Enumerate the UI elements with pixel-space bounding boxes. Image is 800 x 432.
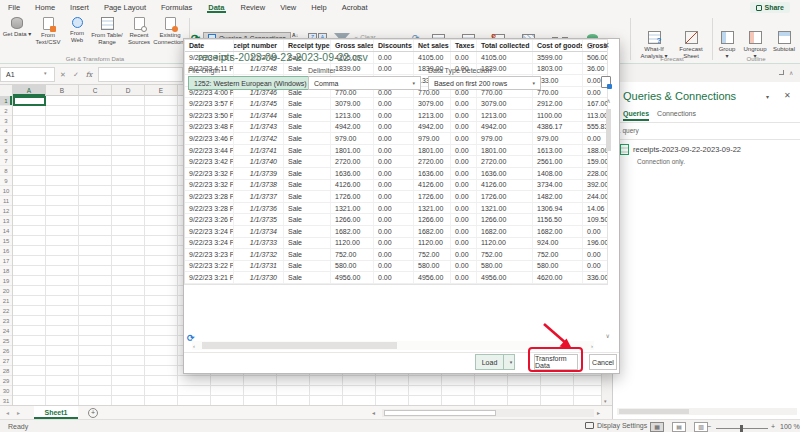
- page-layout-view-button[interactable]: ▤: [672, 422, 686, 432]
- vscroll-up-icon[interactable]: ∧: [606, 98, 610, 104]
- collapse-ribbon-icon[interactable]: ∧: [789, 69, 793, 76]
- column-header[interactable]: E: [145, 85, 178, 96]
- dialog-maximize-icon[interactable]: ▢: [587, 42, 594, 50]
- row-header[interactable]: 25: [0, 336, 12, 346]
- preview-column-header[interactable]: Receipt number: [233, 40, 283, 51]
- sheet-prev-icon[interactable]: ◂: [6, 409, 9, 416]
- pane-close-icon[interactable]: ✕: [784, 91, 791, 100]
- cancel-button[interactable]: Cancel: [589, 354, 617, 370]
- menu-tab[interactable]: Home: [35, 3, 55, 12]
- sheet-tab[interactable]: Sheet1: [34, 406, 78, 419]
- sheet-next-icon[interactable]: ▸: [17, 409, 20, 416]
- chevron-down-icon[interactable]: ▾: [44, 70, 47, 76]
- row-header[interactable]: 19: [0, 276, 12, 286]
- hscroll-left-icon[interactable]: ◂: [372, 409, 375, 416]
- preview-hscrollbar-thumb[interactable]: [202, 342, 397, 349]
- detection-select[interactable]: Based on first 200 rows ▾: [428, 76, 541, 90]
- page-break-view-button[interactable]: ▥: [694, 422, 708, 432]
- row-header[interactable]: 21: [0, 296, 12, 306]
- row-header[interactable]: 1: [0, 96, 12, 106]
- row-header[interactable]: 16: [0, 246, 12, 256]
- vscroll-down-icon[interactable]: ▾: [604, 398, 607, 404]
- load-split-caret[interactable]: ▾: [503, 354, 515, 370]
- row-header[interactable]: 29: [0, 376, 12, 386]
- load-button[interactable]: Load: [475, 354, 504, 370]
- row-header[interactable]: 27: [0, 356, 12, 366]
- preview-vscrollbar-thumb[interactable]: [606, 109, 611, 151]
- menu-tab[interactable]: Formulas: [161, 3, 192, 12]
- row-header[interactable]: 8: [0, 166, 12, 176]
- row-header[interactable]: 22: [0, 306, 12, 316]
- get-data-button[interactable]: Get Data ▾: [2, 17, 32, 38]
- query-item[interactable]: receipts-2023-09-22-2023-09-22: [633, 145, 741, 154]
- cancel-icon[interactable]: ✕: [60, 71, 66, 79]
- row-header[interactable]: 23: [0, 316, 12, 326]
- recent-sources-button[interactable]: Recent Sources: [124, 17, 154, 46]
- tab-connections[interactable]: Connections: [657, 110, 696, 121]
- horizontal-scrollbar-thumb[interactable]: [384, 410, 496, 416]
- row-header[interactable]: 11: [0, 196, 12, 206]
- row-header[interactable]: 28: [0, 366, 12, 376]
- row-header[interactable]: 13: [0, 216, 12, 226]
- row-header[interactable]: 5: [0, 136, 12, 146]
- share-button[interactable]: Share: [750, 2, 790, 13]
- hscroll-left-icon[interactable]: ‹: [193, 343, 195, 349]
- pane-menu-icon[interactable]: ▾: [766, 93, 769, 100]
- row-header[interactable]: 30: [0, 386, 12, 396]
- dialog-close-icon[interactable]: ✕: [603, 41, 610, 50]
- preview-column-header[interactable]: Total collected: [476, 40, 532, 51]
- enter-icon[interactable]: ✓: [73, 71, 79, 79]
- row-header[interactable]: 10: [0, 186, 12, 196]
- from-web-button[interactable]: From Web: [64, 17, 90, 44]
- row-header[interactable]: 24: [0, 326, 12, 336]
- column-header[interactable]: B: [46, 85, 79, 96]
- delimiter-select[interactable]: Comma ▾: [308, 76, 421, 90]
- tab-queries[interactable]: Queries: [623, 110, 649, 121]
- preview-column-header[interactable]: Gross sales: [330, 40, 373, 51]
- zoom-out-button[interactable]: −: [707, 423, 711, 430]
- row-header[interactable]: 14: [0, 226, 12, 236]
- row-header[interactable]: 18: [0, 266, 12, 276]
- outline-dialog-launcher-icon[interactable]: [779, 70, 784, 75]
- zoom-in-button[interactable]: +: [771, 423, 775, 430]
- menu-tab[interactable]: Review: [241, 3, 266, 12]
- insert-function-icon[interactable]: fx: [86, 71, 93, 79]
- subtotal-button[interactable]: Subtotal: [770, 31, 798, 53]
- row-header[interactable]: 6: [0, 146, 12, 156]
- menu-tab[interactable]: View: [280, 3, 296, 12]
- formula-input[interactable]: [98, 67, 183, 82]
- column-header[interactable]: D: [112, 85, 145, 96]
- zoom-slider-thumb[interactable]: [740, 425, 743, 432]
- from-table-range-button[interactable]: From Table/ Range: [90, 17, 124, 46]
- row-header[interactable]: 4: [0, 126, 12, 136]
- zoom-level[interactable]: 100 %: [780, 423, 800, 430]
- preview-column-header[interactable]: Receipt type: [283, 40, 330, 51]
- row-header[interactable]: 2: [0, 106, 12, 116]
- row-header[interactable]: 15: [0, 236, 12, 246]
- row-header[interactable]: 3: [0, 116, 12, 126]
- row-header[interactable]: 26: [0, 346, 12, 356]
- file-preview-icon[interactable]: [601, 76, 611, 88]
- menu-tab[interactable]: Data: [207, 3, 225, 13]
- preview-column-header[interactable]: Discounts: [373, 40, 413, 51]
- add-sheet-button[interactable]: +: [88, 408, 98, 418]
- column-header[interactable]: A: [13, 85, 46, 96]
- vertical-scrollbar[interactable]: ▾: [601, 374, 612, 405]
- preview-vscrollbar[interactable]: ∧ ∨: [604, 97, 613, 339]
- display-settings-button[interactable]: Display Settings: [585, 422, 647, 429]
- normal-view-button[interactable]: ▦: [650, 422, 664, 432]
- select-all-corner[interactable]: [0, 85, 13, 96]
- preview-column-header[interactable]: Net sales: [413, 40, 450, 51]
- row-header[interactable]: 9: [0, 176, 12, 186]
- row-header[interactable]: 31: [0, 396, 12, 405]
- column-header[interactable]: C: [79, 85, 112, 96]
- pane-scrollbar-thumb[interactable]: [619, 409, 689, 414]
- menu-tab[interactable]: Insert: [70, 3, 89, 12]
- preview-column-header[interactable]: Cost of goods: [532, 40, 582, 51]
- row-header[interactable]: 12: [0, 206, 12, 216]
- hscroll-right-icon[interactable]: ▸: [597, 409, 600, 416]
- from-text-csv-button[interactable]: From Text/CSV: [32, 17, 64, 46]
- vscroll-down-icon[interactable]: ∨: [606, 332, 610, 339]
- existing-connections-button[interactable]: Existing Connections: [154, 17, 186, 46]
- menu-tab[interactable]: Help: [311, 3, 326, 12]
